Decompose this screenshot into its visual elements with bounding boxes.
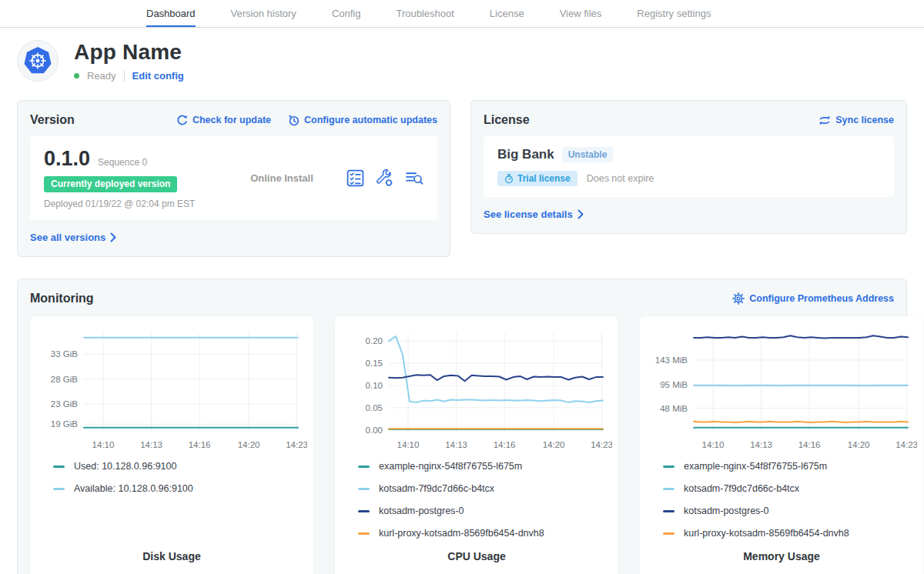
version-number: 0.1.0: [44, 147, 90, 171]
legend-item: kurl-proxy-kotsadm-8569fb6454-dnvh8: [358, 528, 612, 539]
legend-label: kurl-proxy-kotsadm-8569fb6454-dnvh8: [379, 528, 544, 539]
configure-prometheus-link[interactable]: Configure Prometheus Address: [732, 292, 894, 305]
svg-text:14:23: 14:23: [896, 440, 917, 449]
legend-label: kotsadm-postgres-0: [684, 506, 768, 516]
legend-item: kotsadm-7f9dc7d66c-b4tcx: [663, 483, 917, 494]
divider: [124, 71, 125, 82]
legend-color-dash: [53, 466, 65, 468]
memory-usage-chart-card: 14:1014:1314:1614:2014:2348 MiB95 MiB143…: [640, 316, 923, 574]
disk-usage-chart: 14:1014:1314:1614:2014:2319 GiB23 GiB28 …: [36, 325, 307, 455]
edit-config-link[interactable]: Edit config: [132, 70, 184, 82]
legend-color-dash: [358, 466, 370, 468]
chart-legend: Used: 10.128.0.96:9100Available: 10.128.…: [53, 461, 307, 506]
legend-label: Available: 10.128.0.96:9100: [74, 483, 193, 494]
check-for-update-link[interactable]: Check for update: [176, 115, 271, 126]
chart-legend: example-nginx-54f8f76755-l675mkotsadm-7f…: [663, 461, 917, 550]
see-license-details-link[interactable]: See license details: [484, 209, 584, 220]
legend-item: kotsadm-postgres-0: [663, 506, 917, 516]
chevron-right-icon: [578, 209, 584, 219]
svg-text:14:23: 14:23: [286, 440, 307, 449]
svg-text:14:10: 14:10: [397, 440, 420, 449]
refresh-icon: [176, 115, 188, 126]
svg-text:14:10: 14:10: [702, 440, 725, 449]
gear-icon: [732, 292, 745, 305]
license-panel: License Sync license Big Bank Unstable T…: [470, 100, 907, 234]
legend-item: kotsadm-7f9dc7d66c-b4tcx: [358, 483, 612, 494]
memory-usage-chart: 14:1014:1314:1614:2014:2348 MiB95 MiB143…: [646, 325, 917, 455]
nav-tab-license[interactable]: License: [490, 0, 524, 27]
preflight-checklist-icon[interactable]: [346, 169, 364, 187]
svg-text:0.15: 0.15: [366, 359, 383, 368]
version-sequence: Sequence 0: [98, 157, 147, 168]
svg-text:14:20: 14:20: [848, 440, 870, 449]
app-header: App Name Ready Edit config: [0, 28, 924, 100]
svg-text:14:23: 14:23: [591, 440, 612, 449]
svg-text:0.10: 0.10: [366, 381, 383, 390]
license-expiry-text: Does not expire: [587, 173, 654, 184]
nav-tab-registry-settings[interactable]: Registry settings: [637, 0, 711, 27]
legend-color-dash: [663, 532, 675, 535]
legend-color-dash: [663, 488, 675, 490]
svg-text:23 GiB: 23 GiB: [51, 399, 78, 409]
configure-automatic-updates-link[interactable]: Configure automatic updates: [288, 115, 437, 126]
nav-tab-dashboard[interactable]: Dashboard: [146, 0, 196, 27]
legend-color-dash: [663, 510, 675, 512]
svg-text:48 MiB: 48 MiB: [660, 404, 688, 413]
legend-label: kotsadm-postgres-0: [379, 506, 464, 516]
current-version-card: 0.1.0 Sequence 0 Currently deployed vers…: [30, 136, 437, 220]
nav-tab-label: License: [490, 8, 524, 19]
chart-title: CPU Usage: [341, 550, 612, 566]
legend-color-dash: [53, 488, 65, 490]
charts-row: 14:1014:1314:1614:2014:2319 GiB23 GiB28 …: [30, 316, 894, 574]
ready-status-dot: [74, 73, 79, 78]
deployed-timestamp: Deployed 01/19/22 @ 02:04 pm EST: [44, 199, 217, 209]
nav-tab-config[interactable]: Config: [332, 0, 361, 27]
top-nav: Dashboard Version history Config Trouble…: [0, 0, 924, 28]
see-all-versions-link[interactable]: See all versions: [30, 232, 116, 243]
cards-row: Version Check for update Configure autom…: [0, 100, 924, 257]
sync-license-link[interactable]: Sync license: [819, 115, 894, 126]
chart-legend: example-nginx-54f8f76755-l675mkotsadm-7f…: [358, 461, 612, 550]
monitoring-title: Monitoring: [30, 292, 94, 305]
legend-item: Used: 10.128.0.96:9100: [53, 461, 307, 472]
svg-text:19 GiB: 19 GiB: [51, 419, 78, 429]
stopwatch-icon: [504, 174, 514, 184]
nav-tab-label: Troubleshoot: [396, 8, 454, 19]
app-title: App Name: [74, 40, 184, 65]
logs-search-icon[interactable]: [405, 169, 424, 187]
legend-label: kotsadm-7f9dc7d66c-b4tcx: [379, 483, 494, 494]
legend-color-dash: [663, 466, 675, 468]
chevron-right-icon: [110, 232, 116, 242]
version-panel: Version Check for update Configure autom…: [17, 100, 450, 257]
nav-tab-label: Dashboard: [146, 8, 196, 19]
cpu-usage-chart-card: 14:1014:1314:1614:2014:230.000.050.100.1…: [335, 316, 618, 574]
license-card: Big Bank Unstable Trial license Does not…: [484, 136, 894, 197]
svg-text:14:16: 14:16: [494, 440, 516, 449]
svg-text:95 MiB: 95 MiB: [660, 380, 688, 389]
chart-title: Disk Usage: [36, 550, 307, 566]
legend-item: Available: 10.128.0.96:9100: [53, 483, 307, 494]
legend-color-dash: [358, 510, 370, 512]
legend-item: example-nginx-54f8f76755-l675m: [663, 461, 917, 472]
svg-text:0.05: 0.05: [366, 403, 383, 412]
license-panel-title: License: [484, 113, 530, 127]
legend-label: kurl-proxy-kotsadm-8569fb6454-dnvh8: [684, 528, 849, 539]
channel-badge: Unstable: [562, 147, 614, 162]
chart-title: Memory Usage: [646, 550, 917, 566]
svg-text:33 GiB: 33 GiB: [51, 349, 78, 359]
legend-item: kotsadm-postgres-0: [358, 506, 612, 516]
legend-color-dash: [358, 488, 370, 490]
currently-deployed-badge: Currently deployed version: [44, 176, 177, 192]
svg-text:0.20: 0.20: [366, 336, 383, 345]
kubernetes-icon: [23, 46, 52, 75]
svg-text:0.00: 0.00: [366, 425, 383, 435]
cpu-usage-chart: 14:1014:1314:1614:2014:230.000.050.100.1…: [341, 325, 612, 455]
nav-tab-view-files[interactable]: View files: [560, 0, 602, 27]
sync-icon: [819, 115, 831, 126]
monitoring-panel: Monitoring Configure Prometheus Address …: [17, 279, 907, 574]
nav-tab-version-history[interactable]: Version history: [231, 0, 296, 27]
version-panel-title: Version: [30, 113, 75, 127]
nav-tab-troubleshoot[interactable]: Troubleshoot: [396, 0, 454, 27]
config-wrench-gear-icon[interactable]: [376, 169, 393, 187]
svg-text:14:20: 14:20: [543, 440, 565, 449]
